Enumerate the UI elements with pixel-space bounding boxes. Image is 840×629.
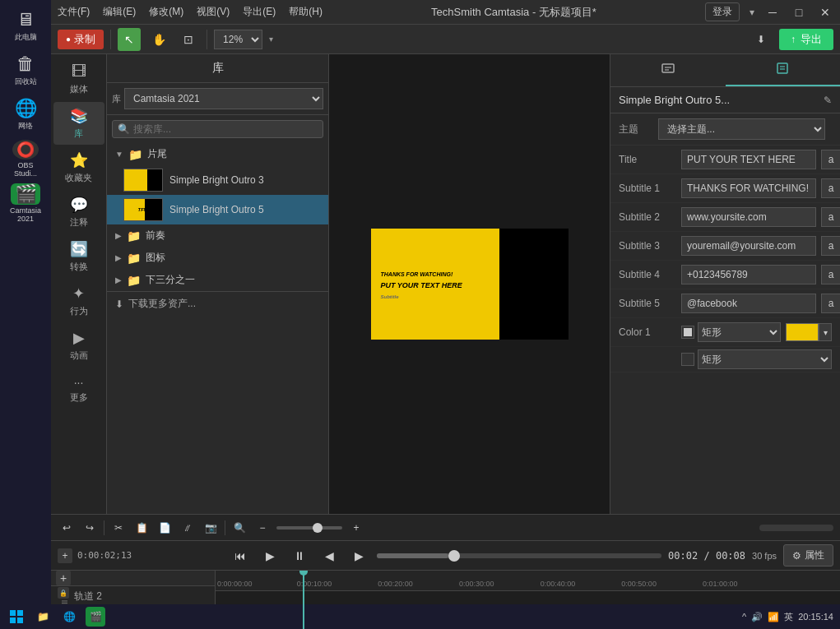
next-frame-button[interactable]: ▶ bbox=[347, 544, 370, 567]
undo-button[interactable]: ↩ bbox=[58, 519, 76, 537]
font-style-btn-sub4[interactable]: a bbox=[821, 265, 840, 284]
paste-button[interactable]: 📄 bbox=[155, 519, 174, 537]
camtasia-icon: 🎬 bbox=[11, 183, 40, 205]
camtasia-taskbar-button[interactable]: 🎬 bbox=[86, 607, 105, 627]
sidebar-item-more[interactable]: ··· 更多 bbox=[53, 368, 104, 411]
redo-button[interactable]: ↪ bbox=[81, 519, 99, 537]
font-style-btn-sub5[interactable]: a bbox=[821, 294, 840, 313]
color-swatch-1[interactable] bbox=[786, 323, 819, 341]
sidebar-item-animations[interactable]: ▶ 动画 bbox=[53, 324, 104, 367]
field-input-subtitle3[interactable] bbox=[681, 236, 816, 256]
pause-button[interactable]: ⏸ bbox=[288, 544, 311, 567]
zoom-select[interactable]: 12% bbox=[214, 30, 262, 49]
folder-intro[interactable]: ▶ 📁 前奏 bbox=[107, 224, 328, 247]
prop-row-title: Title a ▾ bbox=[610, 146, 840, 174]
timeline-progress-bar[interactable] bbox=[377, 553, 661, 558]
field-input-subtitle5[interactable] bbox=[681, 294, 816, 313]
tab-properties[interactable] bbox=[726, 54, 841, 86]
select-tool-button[interactable]: ↖ bbox=[118, 28, 141, 51]
edit-icon[interactable]: ✎ bbox=[824, 95, 832, 106]
chevron-right-icon-intro: ▶ bbox=[115, 231, 122, 240]
library-tree: ▼ 📁 片尾 Simple Bright Outro 3 TFW! bbox=[107, 143, 328, 514]
library-item-outro3[interactable]: Simple Bright Outro 3 bbox=[107, 165, 328, 195]
copy-button[interactable]: 📋 bbox=[132, 519, 151, 537]
cut-button[interactable]: ✂ bbox=[109, 519, 128, 537]
item-outro3-label: Simple Bright Outro 3 bbox=[169, 174, 264, 186]
properties-tab-icon bbox=[775, 61, 790, 76]
dropdown-arrow[interactable]: ▾ bbox=[750, 7, 754, 18]
sidebar-item-annotations[interactable]: 💬 注释 bbox=[53, 191, 104, 234]
more-icon: ··· bbox=[74, 376, 84, 389]
menu-help[interactable]: 帮助(H) bbox=[289, 5, 323, 19]
shape-type-select[interactable]: 矩形 bbox=[698, 322, 781, 342]
tab-caption[interactable] bbox=[610, 54, 726, 86]
menu-file[interactable]: 文件(F) bbox=[58, 5, 90, 19]
desktop-app-recycle[interactable]: 🗑 回收站 bbox=[7, 51, 44, 89]
properties-button[interactable]: ⚙ 属性 bbox=[783, 544, 833, 567]
record-button[interactable]: ● 录制 bbox=[58, 30, 104, 49]
playhead-handle[interactable] bbox=[448, 550, 460, 562]
sign-in-button[interactable]: 登录 bbox=[705, 2, 740, 21]
close-button[interactable]: ✕ bbox=[817, 4, 833, 21]
field-input-subtitle1[interactable] bbox=[681, 178, 816, 198]
folder-lower-third[interactable]: ▶ 📁 下三分之一 bbox=[107, 269, 328, 291]
folder-outros[interactable]: ▼ 📁 片尾 bbox=[107, 143, 328, 165]
start-button[interactable] bbox=[7, 607, 26, 627]
add-track-plus-button[interactable]: + bbox=[56, 571, 71, 585]
play-button[interactable]: ▶ bbox=[258, 544, 281, 567]
prev-frame-button[interactable]: ◀ bbox=[318, 544, 341, 567]
folder-icons[interactable]: ▶ 📁 图标 bbox=[107, 247, 328, 269]
crop-tool-button[interactable]: ⊡ bbox=[177, 28, 200, 51]
color-dropdown-btn[interactable]: ▾ bbox=[819, 323, 832, 341]
menu-edit[interactable]: 编辑(E) bbox=[103, 5, 136, 19]
field-input-title[interactable] bbox=[681, 150, 816, 169]
snapshot-button[interactable]: 📷 bbox=[202, 519, 220, 537]
field-input-subtitle2[interactable] bbox=[681, 207, 816, 227]
add-track-button[interactable]: + bbox=[58, 548, 72, 563]
zoom-out-button[interactable]: 🔍 bbox=[230, 519, 248, 537]
hand-tool-button[interactable]: ✋ bbox=[147, 28, 170, 51]
theme-select[interactable]: 选择主题... bbox=[658, 118, 825, 140]
field-input-subtitle4[interactable] bbox=[681, 265, 816, 284]
desktop-app-camtasia[interactable]: 🎬 Camtasia 2021 bbox=[7, 184, 44, 222]
track2-lock-btn[interactable]: 🔒 bbox=[58, 587, 69, 599]
browser-button[interactable]: 🌐 bbox=[59, 607, 79, 627]
sidebar-item-library[interactable]: 📚 库 bbox=[53, 102, 104, 145]
export-button[interactable]: ↑ 导出 bbox=[779, 29, 833, 50]
field-label-subtitle5: Subtitle 5 bbox=[619, 298, 676, 309]
font-style-btn-sub1[interactable]: a bbox=[821, 178, 840, 198]
library-item-outro5[interactable]: TFW! Simple Bright Outro 5 bbox=[107, 195, 328, 224]
font-style-btn-sub3[interactable]: a bbox=[821, 236, 840, 256]
download-more-button[interactable]: ⬇ 下载更多资产... bbox=[107, 291, 328, 316]
sidebar-item-favorites[interactable]: ⭐ 收藏夹 bbox=[53, 146, 104, 189]
time-indicator: 0:00:02;13 bbox=[77, 550, 132, 561]
skip-back-button[interactable]: ⏮ bbox=[229, 544, 252, 567]
menu-export[interactable]: 导出(E) bbox=[243, 5, 276, 19]
menu-view[interactable]: 视图(V) bbox=[197, 5, 230, 19]
maximize-button[interactable]: □ bbox=[791, 4, 807, 21]
zoom-plus-button[interactable]: + bbox=[347, 519, 365, 537]
download-icon[interactable]: ⬇ bbox=[750, 28, 773, 51]
font-style-btn-sub2[interactable]: a bbox=[821, 207, 840, 227]
zoom-slider-thumb[interactable] bbox=[313, 523, 323, 533]
sidebar-item-transitions[interactable]: 🔄 转换 bbox=[53, 235, 104, 278]
zoom-minus-button[interactable]: − bbox=[253, 519, 271, 537]
sidebar-item-behaviors[interactable]: ✦ 行为 bbox=[53, 280, 104, 322]
chevron-up-icon[interactable]: ^ bbox=[742, 612, 746, 622]
shape2-type-select[interactable]: 矩形 bbox=[698, 349, 832, 369]
preview-canvas: THANKS FOR WATCHING! PUT YOUR TEXT HERE … bbox=[371, 229, 569, 340]
split-button[interactable]: ⫽ bbox=[179, 519, 197, 537]
menu-modify[interactable]: 修改(M) bbox=[149, 5, 183, 19]
file-explorer-button[interactable]: 📁 bbox=[33, 607, 53, 627]
library-source-select[interactable]: Camtasia 2021 bbox=[124, 88, 323, 109]
search-input[interactable] bbox=[133, 123, 318, 135]
desktop-app-computer[interactable]: 🖥 此电脑 bbox=[7, 7, 44, 44]
sidebar-item-media[interactable]: 🎞 媒体 bbox=[53, 58, 104, 100]
zoom-slider[interactable] bbox=[276, 526, 342, 530]
desktop-app-network[interactable]: 🌐 网络 bbox=[7, 95, 44, 133]
minimize-button[interactable]: ─ bbox=[764, 4, 781, 21]
font-style-btn-title[interactable]: a bbox=[821, 150, 840, 169]
desktop-app-obs[interactable]: ⭕ OBS Studi... bbox=[7, 140, 44, 178]
prop-row-subtitle5: Subtitle 5 a ▾ bbox=[610, 289, 840, 318]
horizontal-scrollbar[interactable] bbox=[759, 525, 833, 531]
